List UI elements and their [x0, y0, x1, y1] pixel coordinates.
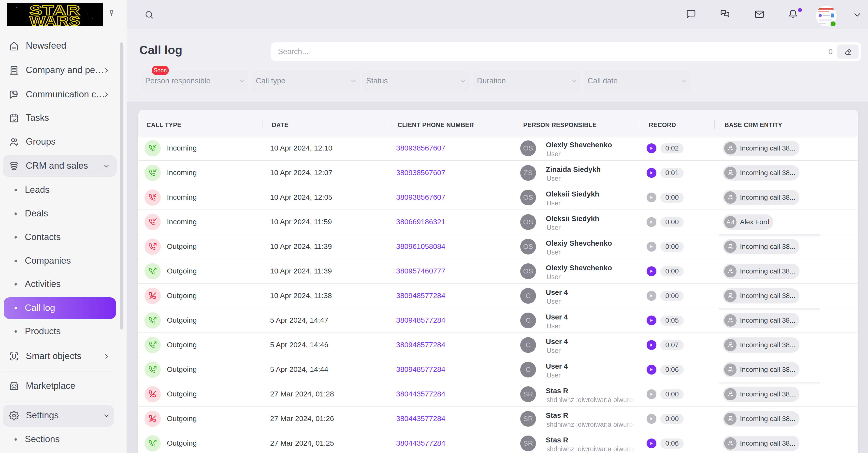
svg-text:WARS: WARS: [30, 13, 80, 26]
